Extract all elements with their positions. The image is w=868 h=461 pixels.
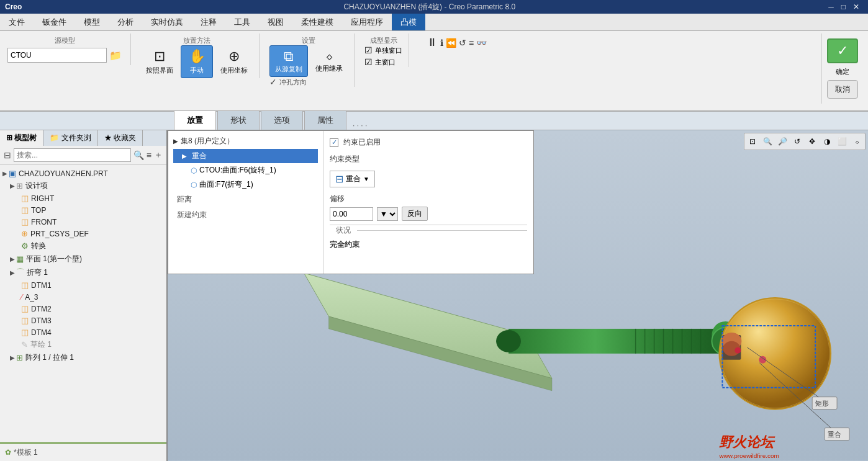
constraint-enabled-checkbox[interactable]: ✓ — [330, 138, 338, 147]
place-manual-btn[interactable]: ✋ 手动 — [181, 45, 213, 78]
menu-simulation[interactable]: 实时仿真 — [142, 14, 192, 30]
tree-item-plane1[interactable]: ▶ ▦ 平面 1(第一个壁) — [0, 253, 166, 266]
root-arrow[interactable]: ▶ — [2, 170, 7, 177]
left-tab-folder[interactable]: 📁 文件夹浏 — [43, 130, 97, 146]
new-constraint-btn[interactable]: 新建约束 — [173, 207, 318, 223]
surface-icon-2: ⬡ — [191, 181, 197, 189]
set-collapse-arrow[interactable]: ▶ — [173, 138, 178, 145]
copy-from-source-btn[interactable]: ⧉ 从源复制 — [269, 45, 308, 77]
menu-sheetmetal[interactable]: 钣金件 — [34, 14, 75, 30]
left-tab-favorites[interactable]: ★ 收藏夹 — [98, 130, 143, 146]
ribbon: 源模型 📁 放置方法 ⊡ 按照界面 ✋ 手动 ⊕ 使用坐标 — [0, 31, 868, 112]
use-inherit-btn[interactable]: ⬦ 使用继承 — [310, 45, 348, 77]
window-minimize[interactable]: ─ — [825, 2, 838, 11]
punch-direction-toggle[interactable]: ✓ 冲孔方向 — [269, 77, 348, 87]
refresh-btn[interactable]: ↺ — [459, 38, 466, 48]
offset-row: ▼ 反向 — [330, 207, 527, 221]
display-label: 成型显示 — [364, 36, 402, 45]
settings-label: 设置 — [269, 36, 348, 45]
constraint-type-select[interactable]: ⊟ 重合 ▼ — [330, 171, 375, 187]
ctou-surface-label: CTOU:曲面:F6(旋转_1) — [199, 165, 276, 176]
bend1-arrow[interactable]: ▶ — [10, 269, 15, 276]
constraint-ctou-surface[interactable]: ⬡ CTOU:曲面:F6(旋转_1) — [173, 163, 318, 177]
menu-flexible[interactable]: 柔性建模 — [292, 14, 342, 30]
place-by-interface-btn[interactable]: ⊡ 按照界面 — [141, 45, 178, 78]
tree-add-icon[interactable]: ＋ — [154, 150, 163, 161]
view-list-btn[interactable]: ≡ — [469, 38, 474, 48]
tree-search-input[interactable] — [14, 148, 131, 162]
offset-value-input[interactable] — [330, 207, 373, 221]
vp-wireframe[interactable]: ⬜ — [835, 135, 849, 148]
type-dropdown-arrow: ▼ — [363, 176, 369, 182]
tab-shape[interactable]: 形状 — [217, 110, 260, 130]
tree-item-transform[interactable]: ▶ ⚙ 转换 — [0, 239, 166, 253]
array1-arrow[interactable]: ▶ — [10, 354, 15, 361]
viewport[interactable]: ▶ 集8 (用户定义） ▶ 重合 ⬡ CTOU:曲面:F6(旋转_1) — [168, 130, 868, 461]
tree-item-right[interactable]: ▶ ◫ RIGHT — [0, 192, 166, 204]
constraint-arrow-open: ▶ — [182, 153, 187, 159]
vp-zoom-in[interactable]: 🔍 — [761, 135, 774, 148]
constraint-coincident-header[interactable]: ▶ 重合 — [173, 149, 318, 163]
transform-label: 转换 — [31, 241, 46, 251]
vp-rotate[interactable]: ↺ — [790, 135, 804, 148]
menu-file[interactable]: 文件 — [0, 14, 34, 30]
tree-item-sketch1[interactable]: ▶ ✎ 草绘 1 — [0, 338, 166, 351]
tree-item-dtm2[interactable]: ▶ ◫ DTM2 — [0, 303, 166, 315]
confirm-button[interactable]: ✓ — [827, 38, 858, 63]
info-btn[interactable]: ℹ — [440, 38, 443, 48]
tab-properties[interactable]: 属性 — [304, 110, 346, 130]
tab-options[interactable]: 选项 — [261, 110, 303, 130]
vp-pan[interactable]: ✥ — [805, 135, 819, 148]
tree-search-icon[interactable]: 🔍 — [133, 150, 144, 160]
tree-item-dtm4[interactable]: ▶ ◫ DTM4 — [0, 326, 166, 338]
left-tab-modeltree[interactable]: ⊞ 模型树 — [0, 130, 43, 146]
menu-emboss[interactable]: 凸模 — [392, 14, 425, 30]
main-window-row[interactable]: ☑ 主窗口 — [364, 57, 402, 67]
source-browse-icon[interactable]: 📁 — [109, 50, 122, 61]
tree-item-prt-csys[interactable]: ▶ ⊕ PRT_CSYS_DEF — [0, 228, 166, 239]
single-window-row[interactable]: ☑ 单独窗口 — [364, 45, 402, 55]
tree-item-bend1[interactable]: ▶ ⌒ 折弯 1 — [0, 266, 166, 279]
tree-item-dtm3[interactable]: ▶ ◫ DTM3 — [0, 315, 166, 326]
tree-settings-icon[interactable]: ≡ — [147, 150, 151, 160]
tree-item-array1[interactable]: ▶ ⊞ 阵列 1 / 拉伸 1 — [0, 351, 166, 364]
tree-item-root[interactable]: ▶ ▣ CHAZUOYUANZHEN.PRT — [0, 168, 166, 179]
menu-annotation[interactable]: 注释 — [192, 14, 225, 30]
tree-item-design[interactable]: ▶ ⊞ 设计项 — [0, 179, 166, 192]
source-model-input[interactable] — [7, 48, 107, 63]
menu-tools[interactable]: 工具 — [225, 14, 259, 30]
cancel-button[interactable]: 取消 — [827, 80, 858, 99]
dtm1-icon: ◫ — [21, 280, 29, 290]
design-arrow[interactable]: ▶ — [10, 182, 15, 189]
by-interface-icon: ⊡ — [154, 48, 165, 65]
offset-unit-select[interactable]: ▼ — [377, 207, 398, 221]
vp-zoom-fit[interactable]: ⊡ — [746, 135, 759, 148]
svg-point-22 — [735, 347, 741, 354]
tree-filter-icon[interactable]: ⊟ — [4, 150, 11, 160]
settings-group: 设置 ⧉ 从源复制 ⬦ 使用继承 ✓ 冲孔方向 — [269, 34, 355, 87]
menu-analysis[interactable]: 分析 — [109, 14, 142, 30]
tree-item-top[interactable]: ▶ ◫ TOP — [0, 204, 166, 216]
window-maximize[interactable]: □ — [838, 2, 849, 11]
bend1-label: 折弯 1 — [27, 267, 48, 278]
play-back-btn[interactable]: ⏪ — [446, 38, 456, 48]
vp-zoom-out[interactable]: 🔎 — [775, 135, 789, 148]
pause-btn[interactable]: ⏸ — [427, 36, 438, 49]
use-inherit-icon: ⬦ — [325, 48, 333, 64]
plane1-arrow[interactable]: ▶ — [10, 256, 15, 262]
menu-model[interactable]: 模型 — [75, 14, 109, 30]
tree-item-dtm1[interactable]: ▶ ◫ DTM1 — [0, 279, 166, 291]
source-input-row: 📁 — [7, 48, 122, 63]
vp-perspective[interactable]: ⬦ — [850, 135, 864, 148]
tree-item-a3[interactable]: ▶ ∕ A_3 — [0, 291, 166, 303]
tree-item-front[interactable]: ▶ ◫ FRONT — [0, 216, 166, 228]
glasses-btn[interactable]: 👓 — [476, 38, 487, 48]
tab-place[interactable]: 放置 — [174, 110, 216, 130]
constraint-surface-f7[interactable]: ⬡ 曲面:F7(折弯_1) — [173, 177, 318, 192]
menu-view[interactable]: 视图 — [259, 14, 292, 30]
menu-applications[interactable]: 应用程序 — [342, 14, 392, 30]
vp-shading[interactable]: ◑ — [820, 135, 834, 148]
reverse-btn[interactable]: 反向 — [402, 207, 428, 221]
window-close[interactable]: ✕ — [849, 2, 863, 11]
place-use-coord-btn[interactable]: ⊕ 使用坐标 — [215, 45, 253, 78]
